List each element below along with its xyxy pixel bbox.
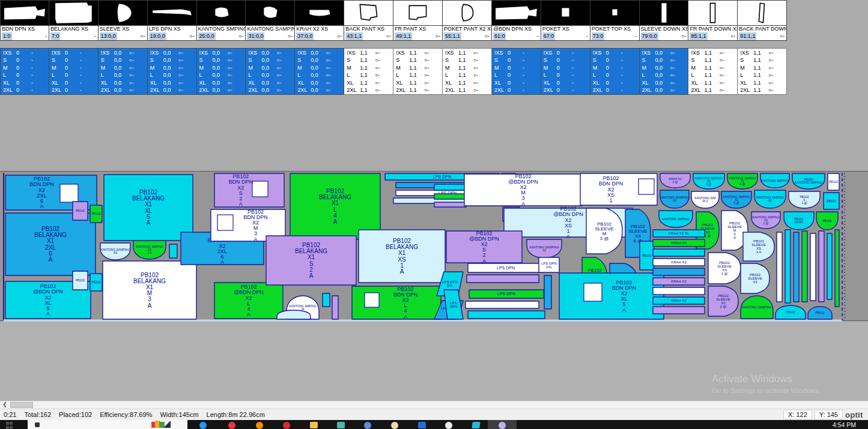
size-panel[interactable]: !XS1,1=-S1,1=-M1,1=-L1,1=-XL1,1=-2XL1,1=… xyxy=(443,48,492,95)
marker-piece[interactable] xyxy=(169,244,177,258)
marker-piece[interactable] xyxy=(835,230,839,307)
marker-piece[interactable] xyxy=(802,231,807,302)
marker-piece[interactable]: PB102BELAKANGX1M3A xyxy=(103,261,196,319)
piece-tile[interactable]: BDN DPN XS1:0- xyxy=(0,0,49,41)
marker-canvas[interactable]: PB102BDN DPNX22XL6APB102BELAKANGX12XL6AP… xyxy=(0,172,868,322)
marker-piece[interactable]: PB102 xyxy=(73,202,88,220)
horizontal-scrollbar[interactable]: ❮ xyxy=(0,401,868,409)
marker-piece[interactable] xyxy=(323,293,330,307)
size-panel[interactable]: !XS0,0=-S0,0=-M0,0=-L0,0=-XL0,0=-2XL0,0=… xyxy=(148,48,197,95)
marker-piece[interactable]: LPS DPN xyxy=(468,263,544,272)
marker-piece[interactable]: PB102S2 @ xyxy=(789,191,820,208)
marker-piece[interactable]: KANTONG SMPINGX26 @ xyxy=(721,191,751,208)
marker-piece[interactable] xyxy=(434,202,466,207)
marker-piece[interactable]: PB102SLEEVEM3 @ xyxy=(586,208,622,254)
marker-piece[interactable]: PB102@BDN DPNX2M3A xyxy=(464,173,582,207)
marker-piece[interactable] xyxy=(827,233,832,299)
taskbar-app-window[interactable] xyxy=(28,420,187,429)
piece-tile[interactable]: SLEEVE DOWN XS79:0,0=- xyxy=(640,0,689,41)
start-button-icon[interactable] xyxy=(6,422,13,429)
marker-piece[interactable]: KANTONG SMPING xyxy=(760,173,789,188)
marker-piece[interactable] xyxy=(794,232,799,302)
marker-piece[interactable]: PB102KANTONG SMPING xyxy=(792,173,825,189)
taskbar-icon-blue2[interactable] xyxy=(364,422,371,429)
taskbar-icon-teal[interactable] xyxy=(337,422,345,428)
marker-piece[interactable]: PB102@BDN DPNX2L4A xyxy=(214,283,283,319)
marker-piece[interactable]: KRAH X2 xyxy=(653,239,705,247)
marker-piece[interactable]: PB102 xyxy=(640,241,654,270)
taskbar-icon-bluesq[interactable] xyxy=(418,422,426,428)
piece-tile[interactable]: POKET TOP XS73:0- xyxy=(590,0,640,41)
marker-piece[interactable] xyxy=(777,232,782,302)
marker-piece[interactable]: KANTONG SAMPINGX2 xyxy=(527,239,562,258)
marker-piece[interactable]: KANTONG SAMPINGXS xyxy=(100,243,130,260)
marker-piece[interactable]: PB102SLEEVEXS1 @ xyxy=(708,253,741,284)
piece-tile[interactable]: FR PANT XS49:1,1=- xyxy=(393,0,443,41)
marker-piece[interactable]: PB102BELAKANGX12XL6A xyxy=(5,213,96,275)
marker-piece[interactable]: PB102BDN DPNX2S2A xyxy=(214,173,284,207)
marker-piece[interactable]: KANTONG SMPINGX26 @ xyxy=(693,173,724,189)
marker-piece[interactable] xyxy=(468,311,545,319)
taskbar-icon-red2[interactable] xyxy=(283,422,290,429)
scroll-left-arrow-icon[interactable]: ❮ xyxy=(0,401,10,409)
taskbar-active-app[interactable] xyxy=(488,420,517,429)
taskbar-icon-red[interactable] xyxy=(228,422,235,429)
marker-piece[interactable]: PB102BELAKANGX1S2A xyxy=(266,236,356,285)
size-panel[interactable]: !XS0-S0-M0-L0-XL0-2XL0- xyxy=(49,48,99,95)
marker-piece[interactable] xyxy=(467,275,539,283)
marker-piece[interactable] xyxy=(466,301,539,308)
size-panel[interactable]: !XS0-S0-M0-L0-XL0-2XL0- xyxy=(492,48,541,95)
size-panel[interactable]: !XS0-S0-M0-L0-XL0-2XL0- xyxy=(541,48,590,95)
piece-tile[interactable]: @BDN DPN XS61:0- xyxy=(492,0,541,41)
marker-piece[interactable]: KANTONG SMPINGX2 xyxy=(754,190,786,208)
size-panel[interactable]: !XS1,1=-S1,1=-M1,1=-L1,1=-XL1,1=-2XL1,1=… xyxy=(738,48,787,95)
piece-tile[interactable]: POKET PANT X2 XS55:1,1=- xyxy=(443,0,492,41)
marker-piece[interactable] xyxy=(785,230,791,303)
marker-piece[interactable]: KRAH X2 xyxy=(653,259,705,266)
taskbar-icon-orange[interactable] xyxy=(256,422,263,429)
marker-piece[interactable]: PB102BDN DPNX2L4A xyxy=(352,286,441,320)
marker-piece[interactable] xyxy=(434,194,468,199)
marker-piece[interactable] xyxy=(819,231,824,302)
size-panel[interactable]: !XS1,1=-S1,1=-M1,1=-L1,1=-XL1,1=-2XL1,1=… xyxy=(688,48,738,95)
piece-tile[interactable]: SLEEVE XS13:0,0=- xyxy=(99,0,148,41)
size-panel[interactable]: !XS1,1=-S1,1=-M1,1=-L1,1=-XL1,1=-2XL1,1=… xyxy=(344,48,393,95)
taskbar-icon-white[interactable] xyxy=(445,422,452,429)
marker-piece[interactable] xyxy=(653,307,705,314)
marker-piece[interactable]: KANTONG SMPING xyxy=(659,211,693,227)
marker-piece[interactable]: PB102SLEEVEX22 @ xyxy=(708,286,738,316)
marker-piece[interactable]: KANTONG SMPINGX21 A xyxy=(133,241,166,259)
piece-tile[interactable]: FR PANT DOWN XS85:1,1=- xyxy=(688,0,738,41)
taskbar-icon-cyan[interactable] xyxy=(472,422,481,428)
marker-piece[interactable] xyxy=(277,310,311,319)
marker-piece[interactable]: PB102 xyxy=(73,271,88,290)
marker-piece[interactable]: PB102 xyxy=(90,274,102,291)
marker-piece[interactable]: KANTONG SAMPINGX2 xyxy=(660,190,689,208)
piece-tile[interactable]: KRAH X2 XS37:0,0=- xyxy=(295,0,344,41)
marker-piece[interactable]: PB102BELAKANGX1XL5A xyxy=(104,175,193,241)
marker-piece[interactable]: KRAH X2 xyxy=(653,278,705,285)
size-panel[interactable]: !XS1,1=-S1,1=-M1,1=-L1,1=-XL1,1=-2XL1,1=… xyxy=(393,48,443,95)
marker-piece[interactable]: PB102BELAKANGX1XS1A xyxy=(359,230,445,283)
marker-piece[interactable]: PB102KRAH xyxy=(784,212,814,230)
marker-piece[interactable]: LPS DPN xyxy=(469,290,544,298)
piece-tile[interactable]: KANTONG SMPING25:0,0=- xyxy=(197,0,246,41)
marker-piece[interactable]: PB102 xyxy=(775,305,806,319)
marker-piece[interactable]: KANTONG SAMPING xyxy=(741,296,773,319)
marker-piece[interactable]: PB102 xyxy=(816,212,838,230)
marker-piece[interactable]: PB102SLEEVEXS1 A xyxy=(743,232,774,261)
scrollbar-thumb[interactable] xyxy=(10,402,33,408)
size-panel[interactable]: !XS0,0=-S0,0=-M0,0=-L0,0=-XL0,0=-2XL0,0=… xyxy=(99,48,148,95)
taskbar-icon-folder[interactable] xyxy=(310,422,318,428)
piece-tile[interactable]: BACK PANT DOWN91:1,1=- xyxy=(738,0,787,41)
piece-tile[interactable]: POKET XS67:0- xyxy=(541,0,590,41)
size-panel[interactable]: !XS0,0=-S0,0=-M0,0=-L0,0=-XL0,0=-2XL0,0=… xyxy=(295,48,344,95)
size-panel[interactable]: !XS0,0=-S0,0=-M0,0=-L0,0=-XL0,0=-2XL0,0=… xyxy=(640,48,689,95)
marker-piece[interactable]: LPS DPN2XL xyxy=(539,257,559,272)
marker-piece[interactable]: PB102 xyxy=(808,307,832,319)
marker-piece[interactable]: KRAH X22 @ xyxy=(660,173,690,188)
piece-tile[interactable]: LPS DPN XS19:0,0=- xyxy=(148,0,197,41)
size-panel[interactable]: !XS0-S0-M0-L0-XL0-2XL0- xyxy=(0,48,49,95)
piece-tile[interactable]: KANTONG SAMPING31:0,0=- xyxy=(246,0,295,41)
taskbar-icon-cream[interactable] xyxy=(391,422,398,429)
